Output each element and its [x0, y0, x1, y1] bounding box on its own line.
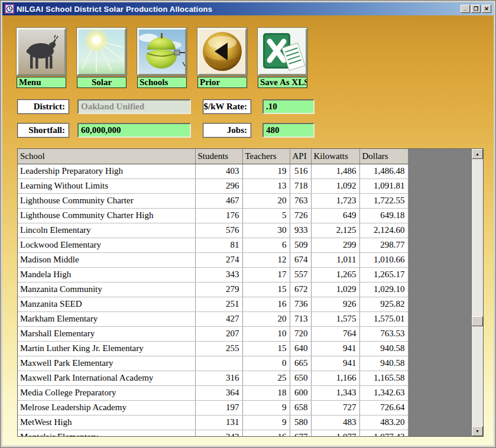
cell-teachers: 6	[242, 238, 290, 252]
cell-dollars: 940.58	[359, 341, 408, 356]
cell-api: 677	[290, 430, 311, 436]
cell-school: Manzanita Community	[18, 282, 195, 297]
excel-icon	[258, 28, 307, 76]
cell-api: 674	[290, 252, 311, 267]
table-row[interactable]: Mandela High343175571,2651,265.17	[18, 267, 408, 282]
cell-dollars: 1,077.43	[359, 430, 408, 436]
table-row[interactable]: Learning Without Limits296137181,0921,09…	[18, 178, 408, 193]
table-row[interactable]: Madison Middle274126741,0111,010.66	[18, 252, 408, 267]
table-row[interactable]: Melrose Leadership Academy1979658727726.…	[18, 400, 408, 415]
cell-students: 576	[195, 223, 242, 238]
cell-students: 81	[195, 238, 242, 252]
cell-teachers: 18	[242, 385, 290, 400]
cell-school: Marshall Elementary	[18, 326, 195, 341]
column-header-api: API	[290, 149, 311, 164]
cell-school: Learning Without Limits	[18, 178, 195, 193]
cell-dollars: 1,091.81	[359, 178, 408, 193]
prior-button-label: Prior	[197, 77, 247, 88]
green-apple-icon	[137, 28, 187, 76]
jobs-input[interactable]	[262, 123, 315, 138]
cell-api: 672	[290, 282, 311, 297]
cell-students: 279	[195, 282, 242, 297]
table-row[interactable]: Montclair Elementary343166771,0771,077.4…	[18, 430, 408, 436]
cell-students: 251	[195, 297, 242, 311]
cell-kilowatts: 941	[311, 356, 359, 371]
schools-button-label: Schools	[137, 77, 187, 88]
table-row[interactable]: Lighthouse Community Charter High1765726…	[18, 208, 408, 223]
cell-kilowatts: 1,723	[311, 193, 359, 208]
cell-dollars: 1,165.58	[359, 371, 408, 385]
cell-dollars: 1,029.10	[359, 282, 408, 297]
cell-students: 274	[195, 252, 242, 267]
solar-button-label: Solar	[77, 77, 127, 88]
scroll-down-button[interactable]: ▼	[472, 426, 483, 436]
table-row[interactable]: Leadership Preparatory High403195161,486…	[18, 164, 408, 178]
cell-students: 316	[195, 371, 242, 385]
cell-api: 557	[290, 267, 311, 282]
cell-school: Maxwell Park International Academy	[18, 371, 195, 385]
table-row[interactable]: Manzanita SEED25116736926925.82	[18, 297, 408, 311]
cell-dollars: 483.20	[359, 415, 408, 430]
cell-dollars: 925.82	[359, 297, 408, 311]
table-row[interactable]: Lincoln Elementary576309332,1252,124.60	[18, 223, 408, 238]
client-area: Menu	[2, 15, 494, 446]
cell-school: Melrose Leadership Academy	[18, 400, 195, 415]
cell-teachers: 12	[242, 252, 290, 267]
cell-api: 600	[290, 385, 311, 400]
table-row[interactable]: Manzanita Community279156721,0291,029.10	[18, 282, 408, 297]
window-controls: _ ❐ ✕	[461, 5, 491, 13]
cell-dollars: 726.64	[359, 400, 408, 415]
cell-api: 516	[290, 164, 311, 178]
district-input[interactable]	[77, 99, 191, 114]
shortfall-input[interactable]	[77, 123, 191, 138]
table-row[interactable]: Markham Elementary427207131,5751,575.01	[18, 311, 408, 326]
prior-button[interactable]: Prior	[197, 28, 247, 88]
cell-kilowatts: 1,343	[311, 385, 359, 400]
vertical-scrollbar[interactable]: ▲ ▼	[471, 149, 483, 436]
scrollbar-thumb[interactable]	[472, 316, 483, 326]
cell-dollars: 1,722.55	[359, 193, 408, 208]
cell-teachers: 20	[242, 193, 290, 208]
cell-students: 296	[195, 178, 242, 193]
table-row[interactable]: Maxwell Park International Academy316256…	[18, 371, 408, 385]
cell-api: 726	[290, 208, 311, 223]
cell-teachers: 19	[242, 164, 290, 178]
cell-dollars: 1,575.01	[359, 311, 408, 326]
save-as-xls-button-label: Save As XLS	[258, 77, 307, 88]
cell-api: 650	[290, 371, 311, 385]
cell-api: 658	[290, 400, 311, 415]
solar-button[interactable]: Solar	[77, 28, 127, 88]
cell-teachers: 17	[242, 267, 290, 282]
cell-school: Lighthouse Community Charter	[18, 193, 195, 208]
table-row[interactable]: Marshall Elementary20710720764763.53	[18, 326, 408, 341]
rate-input[interactable]	[262, 99, 315, 114]
cell-students: 364	[195, 385, 242, 400]
cell-students: 427	[195, 311, 242, 326]
cell-api: 580	[290, 415, 311, 430]
cell-kilowatts: 1,077	[311, 430, 359, 436]
maximize-button[interactable]: ❐	[471, 5, 481, 13]
table-row[interactable]: MetWest High1319580483483.20	[18, 415, 408, 430]
cell-teachers: 16	[242, 297, 290, 311]
jobs-label: Jobs:	[203, 123, 251, 138]
cell-kilowatts: 2,125	[311, 223, 359, 238]
close-button[interactable]: ✕	[482, 5, 491, 13]
menu-button[interactable]: Menu	[17, 28, 66, 88]
minimize-button[interactable]: _	[461, 5, 470, 13]
cell-students: 255	[195, 341, 242, 356]
table-row[interactable]: Lockwood Elementary816509299298.77	[18, 238, 408, 252]
scroll-up-button[interactable]: ▲	[472, 149, 483, 159]
cell-teachers: 5	[242, 208, 290, 223]
cell-dollars: 298.77	[359, 238, 408, 252]
window-title: NILGAI School District Solar Production …	[17, 5, 461, 14]
table-row[interactable]: Media College Preparatory364186001,3431,…	[18, 385, 408, 400]
cell-kilowatts: 1,029	[311, 282, 359, 297]
cell-api: 509	[290, 238, 311, 252]
save-as-xls-button[interactable]: Save As XLS	[258, 28, 307, 88]
table-row[interactable]: Martin Luther King Jr. Elementary2551564…	[18, 341, 408, 356]
table-row[interactable]: Lighthouse Community Charter467207631,72…	[18, 193, 408, 208]
schools-button[interactable]: Schools	[137, 28, 187, 88]
table-row[interactable]: Maxwell Park Elementary0665941940.58	[18, 356, 408, 371]
cell-api: 933	[290, 223, 311, 238]
cell-kilowatts: 483	[311, 415, 359, 430]
